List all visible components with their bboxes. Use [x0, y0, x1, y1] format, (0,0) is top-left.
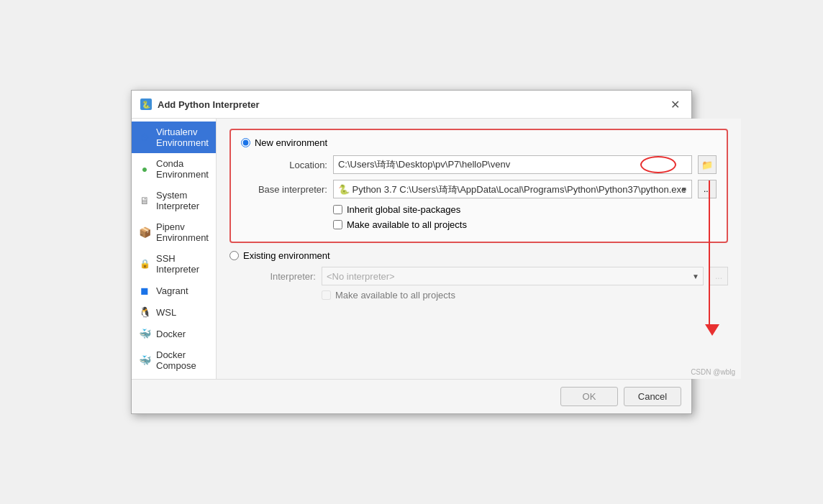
system-icon: 🖥 [139, 195, 150, 206]
inherit-checkbox-row: Inherit global site-packages [333, 204, 717, 215]
make-available-existing-row: Make available to all projects [322, 290, 728, 301]
base-interpreter-browse-button[interactable]: ... [698, 180, 717, 198]
existing-env-radio[interactable] [229, 251, 239, 260]
make-available-existing-label: Make available to all projects [335, 290, 455, 301]
make-available-existing-checkbox [322, 290, 331, 300]
existing-env-radio-row: Existing environment [229, 250, 728, 261]
base-interpreter-row: Base interpreter: 🐍 Python 3.7 C:\Users\… [241, 180, 717, 198]
location-field-wrapper [333, 155, 692, 174]
sidebar-item-docker[interactable]: 🐳 Docker [132, 323, 216, 344]
ok-button[interactable]: OK [560, 387, 618, 406]
make-available-new-checkbox-row: Make available to all projects [333, 219, 717, 230]
interpreter-browse-button: ... [709, 267, 728, 285]
dialog-body: ⚙ Virtualenv Environment ● Conda Environ… [132, 119, 691, 379]
dialog-title: Add Python Interpreter [158, 99, 260, 110]
location-input[interactable] [333, 155, 692, 174]
sidebar-item-system[interactable]: 🖥 System Interpreter [132, 185, 216, 216]
docker-icon: 🐳 [139, 328, 150, 339]
pipenv-icon: 📦 [139, 226, 150, 238]
new-env-label[interactable]: New environment [255, 137, 327, 148]
sidebar-item-vagrant[interactable]: ◼ Vagrant [132, 280, 216, 301]
watermark: CSDN @wblg [691, 368, 735, 376]
location-row: Location: 📁 [241, 155, 717, 174]
title-bar-left: 🐍 Add Python Interpreter [140, 98, 260, 110]
sidebar-item-docker-compose[interactable]: 🐳 Docker Compose [132, 344, 216, 376]
location-label: Location: [241, 160, 327, 170]
sidebar-item-docker-compose-label: Docker Compose [156, 349, 209, 371]
title-bar: 🐍 Add Python Interpreter ✕ [132, 91, 691, 119]
existing-environment-section: Existing environment Interpreter: <No in… [229, 250, 728, 301]
sidebar-item-conda-label: Conda Environment [156, 158, 209, 180]
interpreter-label: Interpreter: [229, 271, 316, 282]
base-interpreter-dropdown[interactable]: 🐍 Python 3.7 C:\Users\琦琦\AppData\Local\P… [333, 180, 692, 198]
add-python-interpreter-dialog: 🐍 Add Python Interpreter ✕ ⚙ Virtualenv … [131, 90, 692, 414]
cancel-button[interactable]: Cancel [624, 387, 681, 406]
main-content: New environment Location: 📁 [217, 119, 741, 379]
new-env-radio-row: New environment [241, 137, 717, 148]
sidebar-item-wsl[interactable]: 🐧 WSL [132, 301, 216, 323]
sidebar-item-vagrant-label: Vagrant [156, 285, 188, 296]
sidebar-item-ssh-label: SSH Interpreter [156, 253, 209, 275]
make-available-new-checkbox[interactable] [333, 220, 342, 229]
arrow-head [705, 324, 719, 336]
make-available-new-label[interactable]: Make available to all projects [347, 219, 467, 230]
sidebar-item-system-label: System Interpreter [156, 190, 209, 211]
sidebar-item-wsl-label: WSL [156, 307, 176, 318]
folder-icon: 📁 [701, 160, 713, 170]
new-environment-section: New environment Location: 📁 [229, 129, 728, 243]
existing-env-label[interactable]: Existing environment [243, 250, 330, 261]
sidebar-item-docker-label: Docker [156, 329, 186, 339]
inherit-label[interactable]: Inherit global site-packages [347, 204, 460, 215]
wsl-icon: 🐧 [139, 306, 150, 318]
dialog-icon: 🐍 [140, 98, 152, 110]
base-interpreter-label: Base interpreter: [241, 184, 327, 195]
sidebar-item-pipenv[interactable]: 📦 Pipenv Environment [132, 216, 216, 248]
docker-compose-icon: 🐳 [139, 354, 150, 366]
base-interpreter-dropdown-wrapper: 🐍 Python 3.7 C:\Users\琦琦\AppData\Local\P… [333, 180, 692, 198]
interpreter-dropdown: <No interpreter> [322, 267, 704, 285]
interpreter-row: Interpreter: <No interpreter> ▼ ... [229, 267, 728, 285]
dialog-footer: OK Cancel [132, 379, 691, 413]
sidebar-item-pipenv-label: Pipenv Environment [156, 221, 209, 243]
new-env-radio[interactable] [241, 138, 250, 147]
vagrant-icon: ◼ [139, 285, 150, 296]
virtualenv-icon: ⚙ [139, 132, 150, 143]
sidebar: ⚙ Virtualenv Environment ● Conda Environ… [132, 119, 217, 379]
sidebar-item-virtualenv[interactable]: ⚙ Virtualenv Environment [132, 122, 216, 153]
location-browse-button[interactable]: 📁 [698, 155, 717, 174]
conda-icon: ● [139, 163, 150, 175]
sidebar-item-virtualenv-label: Virtualenv Environment [156, 127, 209, 148]
close-button[interactable]: ✕ [667, 96, 683, 112]
ssh-icon: 🔒 [139, 258, 150, 270]
interpreter-dropdown-wrapper: <No interpreter> ▼ [322, 267, 704, 285]
sidebar-item-ssh[interactable]: 🔒 SSH Interpreter [132, 248, 216, 280]
inherit-checkbox[interactable] [333, 205, 342, 214]
sidebar-item-conda[interactable]: ● Conda Environment [132, 153, 216, 185]
